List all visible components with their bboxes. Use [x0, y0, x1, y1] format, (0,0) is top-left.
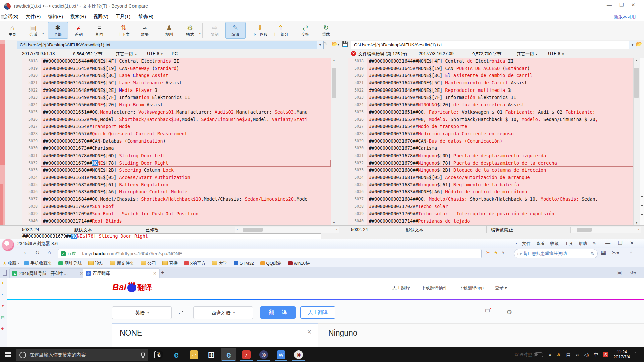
- code-line-5030[interactable]: 5030##00000000031673##Carisma: [348, 145, 633, 152]
- code-line-5020[interactable]: 5020##00000000031646##NONE$[3C] Lane Cha…: [22, 72, 331, 79]
- right-text-pane[interactable]: 5018##00000000031644##NONE$[4F] Central …: [348, 58, 633, 225]
- translate-input-text[interactable]: NONE: [120, 328, 142, 338]
- bookmarks-root-button[interactable]: ★ 收藏▾: [3, 260, 19, 266]
- bc-titlebar[interactable]: rawdict(1).txt <--> esdict(1).txt* - 文本比…: [0, 0, 644, 13]
- side-fire-icon[interactable]: ◆: [1, 326, 4, 331]
- browser-menu-收藏[interactable]: 收藏: [550, 241, 559, 247]
- clear-input-icon[interactable]: ✕: [307, 328, 312, 336]
- side-history-icon[interactable]: ◔: [1, 292, 3, 296]
- code-line-5037[interactable]: 5037##00000000031684##00,Model/Chassis: …: [22, 196, 331, 203]
- code-line-5018[interactable]: 5018##00000000031644##NONE$[4F] Central …: [348, 58, 633, 65]
- taskbar-clock[interactable]: 11:24 2017/7/4: [613, 350, 630, 360]
- code-line-5021[interactable]: 5021##00000000031647##NONE$[5C] Mantenim…: [348, 79, 633, 87]
- taskbar-edge-icon[interactable]: e: [169, 348, 184, 361]
- side-download-icon[interactable]: ▼: [1, 304, 5, 308]
- code-line-5026[interactable]: 5026##00000000031652##00,Model: Shortbac…: [22, 116, 331, 123]
- toolbar-rules-button[interactable]: ♟规则: [159, 22, 179, 39]
- code-line-5032[interactable]: 5032##00000000031679##Ninguno$[78] Puert…: [348, 160, 633, 167]
- code-line-5036[interactable]: 5036##00000000031683##NONE$[A6] Módulo d…: [348, 188, 633, 196]
- left-vertical-scrollbar[interactable]: ▲ ▼: [331, 58, 337, 225]
- bookmark-手机收藏夹[interactable]: 手机收藏夹: [24, 260, 52, 266]
- search-engine-icon[interactable]: ○▾: [517, 251, 522, 256]
- refresh-icon[interactable]: ↻: [33, 249, 42, 256]
- taskbar-word-w-icon[interactable]: W: [274, 348, 288, 361]
- left-text-pane[interactable]: 5018##00000000031644##NONE$[4F] Central …: [22, 58, 331, 225]
- baidu-nav-人工翻译[interactable]: 人工翻译: [392, 285, 410, 291]
- human-translate-button[interactable]: 人工翻译: [300, 306, 335, 319]
- code-line-5028[interactable]: 5028##00000000031657##Quick Quiescent Cu…: [22, 130, 331, 138]
- code-line-5025[interactable]: 5025##00000000031651##00, Fabricante: Vo…: [348, 109, 633, 116]
- bc-menu-工具(T)[interactable]: 工具(T): [116, 14, 130, 20]
- left-file-path-input[interactable]: C:\Users\韩军\Desktop\AIFUKA\rawdict(1).tx…: [17, 41, 324, 49]
- code-line-5034[interactable]: 5034##00000000031681##NONE$[05] Acceso/a…: [348, 174, 633, 181]
- left-encoding-dropdown[interactable]: UTF-8 ▼: [147, 51, 163, 56]
- code-line-5033[interactable]: 5033##00000000031680##NONE$[2B] Steering…: [22, 167, 331, 174]
- code-line-5023[interactable]: 5023##00000000031649##NONE$[7F] Informac…: [348, 94, 633, 101]
- lightning-icon[interactable]: ϟ: [495, 250, 497, 255]
- bookmark-大学[interactable]: 大学: [212, 260, 227, 266]
- tray-ime-indicator[interactable]: 中: [594, 352, 598, 358]
- open-folder-right-icon[interactable]: 📂: [636, 41, 642, 47]
- toolbar-context-button[interactable]: ⇅上下文: [114, 22, 134, 39]
- start-button[interactable]: [0, 347, 16, 362]
- target-language-select[interactable]: 西班牙语▾: [193, 306, 253, 319]
- taskbar-netease-music-icon[interactable]: ♪: [239, 348, 254, 361]
- side-apps-icon[interactable]: ▤: [1, 315, 4, 319]
- code-line-5024[interactable]: 5024##00000000031650##NINGUNO$[20] de lu…: [348, 101, 633, 109]
- booster-rocket-icon[interactable]: ➢: [486, 249, 490, 255]
- screenshot-scissors-icon[interactable]: ✂▾: [611, 249, 620, 256]
- code-line-5022[interactable]: 5022##00000000031648##NONE$[2E] Reproduc…: [348, 87, 633, 94]
- toolbar-sessions-button[interactable]: ▤会话: [23, 22, 43, 39]
- taskbar-chrome-icon[interactable]: ◎: [256, 348, 271, 361]
- browser-menu-工具[interactable]: 工具: [564, 241, 573, 247]
- left-scroll-down-icon[interactable]: ▼: [331, 220, 337, 225]
- map-view-handle[interactable]: [1, 15, 4, 19]
- tray-expand-icon[interactable]: ∧: [548, 352, 552, 357]
- taskbar-browser-2345-icon[interactable]: e: [221, 348, 236, 361]
- save-icon[interactable]: 💾: [342, 41, 348, 47]
- toolbar-edit-button[interactable]: ✎编辑: [225, 22, 246, 39]
- code-line-5024[interactable]: 5024##00000000031650##NONE$[20] High Bea…: [22, 101, 331, 109]
- code-line-5029[interactable]: 5029##00000000031670##CAN-Databus (Commu…: [22, 138, 331, 145]
- left-hscroll-right-icon[interactable]: ›: [334, 227, 339, 233]
- baidu-nav-下载翻译插件[interactable]: 下载翻译插件: [421, 285, 447, 291]
- taskbar-search-box[interactable]: 在这里输入你要搜索的内容: [16, 349, 148, 361]
- edit-page-icon[interactable]: ✎: [592, 241, 596, 247]
- tab-百度翻译[interactable]: 译百度翻译✕: [83, 268, 160, 278]
- url-text[interactable]: fanyi.baidu.com/?aldtype=16047#en/spa/NO…: [82, 251, 182, 256]
- left-path-dropdown-icon[interactable]: ▾: [317, 41, 323, 49]
- code-line-5035[interactable]: 5035##00000000031682##NONE$[61] Battery …: [22, 181, 331, 189]
- left-horizontal-scrollbar[interactable]: ‹ ›: [235, 227, 339, 233]
- bc-menu-文件(F)[interactable]: 文件(F): [26, 14, 41, 20]
- taskbar-qq-icon[interactable]: 🐧: [152, 348, 166, 361]
- bookmark-直播[interactable]: 直播: [162, 260, 178, 266]
- bookmark-网址导航[interactable]: 网址导航: [58, 260, 82, 266]
- right-scroll-up-icon[interactable]: ▲: [634, 58, 640, 63]
- code-line-5031[interactable]: 5031##00000000031678##Ninguno$[0D] Puert…: [348, 152, 633, 160]
- right-horizontal-scrollbar[interactable]: ‹ ›: [570, 227, 641, 233]
- feedback-icon[interactable]: 🗨︎: [485, 308, 490, 315]
- code-line-5022[interactable]: 5022##00000000031648##NONE$[2E] Media Pl…: [22, 87, 331, 94]
- translate-button[interactable]: 翻 译: [260, 306, 296, 319]
- code-line-5029[interactable]: 5029##00000000031670##CAN-Bus de datos (…: [348, 138, 633, 145]
- toolbar-swap-button[interactable]: ⇄交换: [295, 22, 315, 39]
- baidu-nav-登录 ▾[interactable]: 登录 ▾: [495, 285, 507, 291]
- toolbar-home-button[interactable]: ⌂主页: [2, 22, 22, 39]
- code-line-5035[interactable]: 5035##00000000031682##Ninguno$[61] Regla…: [348, 181, 633, 189]
- left-hscroll-thumb[interactable]: [243, 228, 263, 232]
- right-file-path-input[interactable]: C:\Users\韩军\Desktop\AIFUKA\esdict(1).txt…: [351, 41, 636, 49]
- code-line-5039[interactable]: 5039##00000000031709##Techo solar - Inte…: [348, 210, 633, 218]
- right-hscroll-left-icon[interactable]: ‹: [571, 227, 576, 233]
- code-line-5028[interactable]: 5028##00000000031657##Medición rápida Co…: [348, 130, 633, 138]
- browser-avatar[interactable]: [2, 239, 14, 251]
- code-line-5031[interactable]: 5031##00000000031678##NONE$[0D] Sliding …: [22, 152, 331, 160]
- code-line-5026[interactable]: 5026##00000000031652##00, Modelo: Shortb…: [348, 116, 633, 123]
- url-bar[interactable]: ✓ 百度 fanyi.baidu.com/?aldtype=16047#en/s…: [58, 249, 482, 258]
- browser-minimize-button[interactable]: —: [605, 240, 610, 246]
- bc-menu-帮助(H)[interactable]: 帮助(H): [138, 14, 153, 20]
- tray-battery-icon[interactable]: ▤: [566, 352, 570, 357]
- left-filter-dropdown[interactable]: 其它一切 ▼: [116, 51, 137, 57]
- taskbar-recorder-icon[interactable]: ◉: [291, 348, 306, 361]
- code-line-5036[interactable]: 5036##00000000031683##NONE$[A6] Micropho…: [22, 188, 331, 196]
- tray-network-icon[interactable]: ≋: [575, 352, 579, 357]
